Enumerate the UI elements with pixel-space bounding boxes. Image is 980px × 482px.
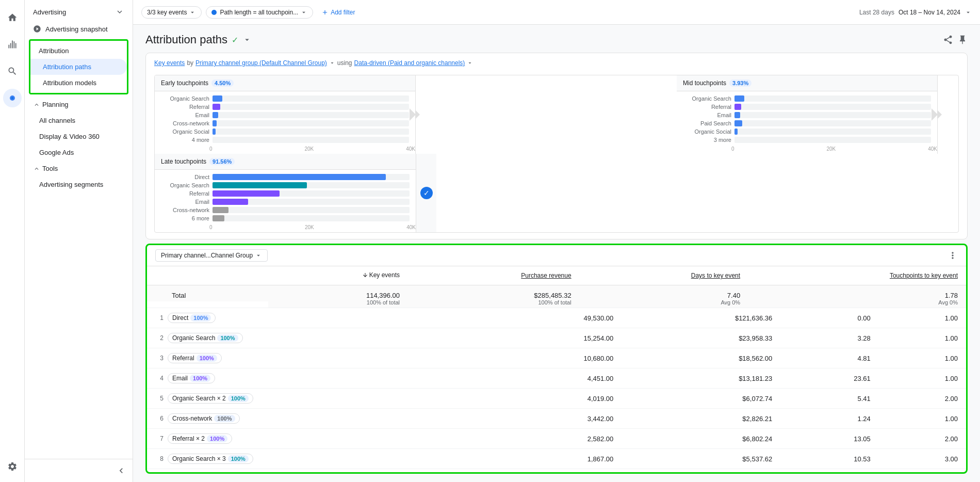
row-days: 13.05 (780, 429, 879, 449)
table-row: 5 Organic Search × 2 100% 4,019.00 $6,07… (147, 389, 966, 409)
events-filter-chip[interactable]: 3/3 key events (141, 6, 202, 19)
top-bar: 3/3 key events Path length = all touchpo… (133, 0, 980, 25)
total-row: Total 114,396.00 100% of total $285,485.… (147, 285, 966, 308)
row-key-events: 49,530.00 (485, 308, 622, 328)
row-purchase-revenue: $5,537.62 (622, 449, 780, 469)
chart-icon[interactable] (3, 35, 22, 54)
row-key-events: 3,442.00 (485, 409, 622, 429)
table-row: 3 Referral 100% 10,680.00 $18,562.00 4.8… (147, 348, 966, 368)
title-dropdown-icon[interactable] (242, 35, 252, 44)
row-days: 4.81 (780, 348, 879, 368)
row-days: 1.24 (780, 409, 879, 429)
row-touchpoints: 3.00 (879, 449, 966, 469)
total-touchpoints: 1.78 Avg 0% (748, 285, 966, 308)
add-filter-button[interactable]: Add filter (317, 7, 359, 18)
date-range: Last 28 days Oct 18 – Nov 14, 2024 (859, 9, 972, 16)
row-purchase-revenue: $6,072.74 (622, 389, 780, 409)
sidebar-item-ad-segments[interactable]: Advertising segments (25, 176, 133, 192)
more-options-icon[interactable] (948, 250, 958, 261)
row-key-events: 2,582.00 (485, 429, 622, 449)
row-days: 3.28 (780, 328, 879, 348)
early-touchpoints: Early touchpoints 4.50% Organic Search R… (155, 75, 416, 154)
sidebar-collapse-button[interactable] (25, 459, 133, 482)
touchpoints-nav[interactable]: ✓ (416, 154, 436, 232)
home-icon[interactable] (3, 8, 22, 27)
total-key-events: 114,396.00 100% of total (268, 285, 408, 308)
col-days-to-key-event[interactable]: Days to key event (580, 266, 748, 285)
table-row: 8 Organic Search × 3 100% 1,867.00 $5,53… (147, 449, 966, 469)
mid-touchpoints: Mid touchpoints 3.93% Organic Search Ref… (677, 75, 938, 154)
row-purchase-revenue: $23,958.33 (622, 328, 780, 348)
row-channel: 6 Cross-network 100% (147, 409, 485, 428)
table-row: 1 Direct 100% 49,530.00 $121,636.36 0.00… (147, 308, 966, 328)
dimension-chip[interactable]: Primary channel...Channel Group (155, 249, 268, 262)
row-touchpoints: 1.00 (879, 368, 966, 389)
verified-icon: ✓ (232, 35, 238, 45)
row-touchpoints: 1.00 (879, 409, 966, 429)
row-days: 10.53 (780, 449, 879, 469)
total-days: 7.40 Avg 0% (580, 285, 748, 308)
attribution-dropdown: Attribution Attribution paths Attributio… (29, 39, 128, 94)
col-dimension (147, 266, 268, 285)
late-touchpoints: Late touchpoints 91.56% Direct Organic S… (155, 154, 416, 232)
checkmark-icon: ✓ (420, 187, 433, 199)
row-days: 5.41 (780, 389, 879, 409)
row-channel: 7 Referral × 2 100% (147, 429, 485, 448)
attribution-models-item[interactable]: Attribution models (30, 75, 127, 91)
chart-subtitle: Key events by Primary channel group (Def… (154, 59, 959, 67)
col-key-events[interactable]: Key events (268, 266, 408, 285)
svg-point-2 (11, 97, 13, 100)
sidebar-item-display-video[interactable]: Display & Video 360 (25, 128, 133, 144)
settings-icon[interactable] (3, 457, 22, 476)
row-key-events: 10,680.00 (485, 348, 622, 368)
row-channel: 8 Organic Search × 3 100% (147, 449, 485, 469)
row-touchpoints: 1.00 (879, 328, 966, 348)
pin-icon[interactable] (957, 35, 968, 45)
row-key-events: 4,019.00 (485, 389, 622, 409)
row-touchpoints: 2.00 (879, 389, 966, 409)
share-icon[interactable] (943, 35, 953, 45)
attribution-paths-item[interactable]: Attribution paths (30, 59, 127, 75)
row-purchase-revenue: $6,802.24 (622, 429, 780, 449)
row-touchpoints: 2.00 (879, 429, 966, 449)
sidebar-item-google-ads[interactable]: Google Ads (25, 144, 133, 160)
row-key-events: 1,867.00 (485, 449, 622, 469)
row-days: 23.61 (780, 368, 879, 389)
table-row: 7 Referral × 2 100% 2,582.00 $6,802.24 1… (147, 429, 966, 449)
row-purchase-revenue: $13,181.23 (622, 368, 780, 389)
table-row: 4 Email 100% 4,451.00 $13,181.23 23.61 1… (147, 368, 966, 389)
row-channel: 3 Referral 100% (147, 348, 485, 368)
col-touchpoints-to-key-event[interactable]: Touchpoints to key event (748, 266, 966, 285)
row-key-events: 15,254.00 (485, 328, 622, 348)
row-purchase-revenue: $2,826.21 (622, 409, 780, 429)
row-purchase-revenue: $121,636.36 (622, 308, 780, 328)
sidebar-item-planning[interactable]: Planning (25, 97, 133, 113)
attribution-header[interactable]: Attribution (30, 43, 127, 59)
sidebar-item-tools[interactable]: Tools (25, 160, 133, 176)
row-channel: 1 Direct 100% (147, 308, 485, 328)
row-days: 0.00 (780, 308, 879, 328)
sidebar-item-snapshot[interactable]: Advertising snapshot (25, 21, 133, 37)
row-channel: 2 Organic Search 100% (147, 328, 485, 348)
row-purchase-revenue: $18,562.00 (622, 348, 780, 368)
row-touchpoints: 1.00 (879, 308, 966, 328)
row-channel: 4 Email 100% (147, 368, 485, 388)
target-icon[interactable] (3, 89, 22, 107)
attribution-table: Key events Purchase revenue Days to key … (147, 266, 966, 308)
sidebar-item-all-channels[interactable]: All channels (25, 113, 133, 128)
attribution-data-table: 1 Direct 100% 49,530.00 $121,636.36 0.00… (147, 308, 966, 469)
table-toolbar: Primary channel...Channel Group (147, 245, 966, 266)
path-filter-chip[interactable]: Path length = all touchpoin... (206, 6, 313, 19)
col-purchase-revenue[interactable]: Purchase revenue (408, 266, 580, 285)
table-row: 2 Organic Search 100% 15,254.00 $23,958.… (147, 328, 966, 348)
total-label: Total (147, 285, 268, 301)
row-key-events: 4,451.00 (485, 368, 622, 389)
row-touchpoints: 1.00 (879, 348, 966, 368)
table-row: 6 Cross-network 100% 3,442.00 $2,826.21 … (147, 409, 966, 429)
total-purchase-revenue: $285,485.32 100% of total (408, 285, 580, 308)
search-icon[interactable] (3, 62, 22, 81)
sidebar-header: Advertising (25, 0, 133, 21)
row-channel: 5 Organic Search × 2 100% (147, 389, 485, 408)
page-title: Attribution paths (145, 33, 227, 46)
